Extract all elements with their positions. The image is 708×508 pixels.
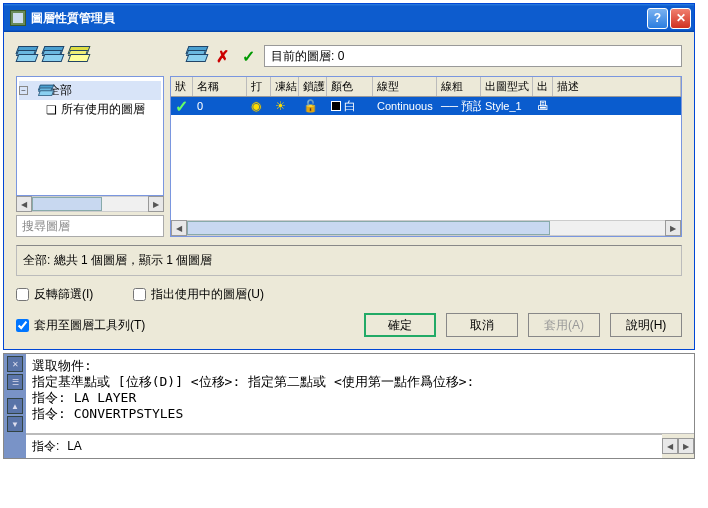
window-title: 圖層性質管理員 <box>31 10 647 27</box>
tree-node-all[interactable]: − 全部 <box>19 81 161 100</box>
prompt-value: LA <box>67 439 82 453</box>
set-current-icon[interactable]: ✓ <box>238 46 258 66</box>
scroll-right-icon[interactable]: ▶ <box>678 438 694 454</box>
console-history[interactable]: 選取物件: 指定基準點或 [位移(D)] <位移>: 指定第二點或 <使用第一點… <box>26 354 694 434</box>
filter-tree-panel: − 全部 ❏ 所有使用的圖層 ◀ ▶ 搜尋圖層 <box>16 76 164 237</box>
checkbox-label: 套用至圖層工具列(T) <box>34 317 145 334</box>
palette-down-icon[interactable]: ▼ <box>7 416 23 432</box>
palette-up-icon[interactable]: ▲ <box>7 398 23 414</box>
palette-close-icon[interactable]: ✕ <box>7 356 23 372</box>
app-icon <box>10 10 26 26</box>
filter-tree[interactable]: − 全部 ❏ 所有使用的圖層 <box>16 76 164 196</box>
titlebar[interactable]: 圖層性質管理員 ? ✕ <box>4 4 694 32</box>
grid-header[interactable]: 狀 名稱 打 凍結 鎖護 顏色 線型 線粗 出圖型式 出 描述 <box>171 77 681 97</box>
scroll-left-icon[interactable]: ◀ <box>171 220 187 236</box>
table-row[interactable]: ✓ 0 ◉ ☀ 🔓 白 Continuous ── 預設 Style_1 🖶 <box>171 97 681 115</box>
col-desc[interactable]: 描述 <box>553 77 681 96</box>
apply-toolbar-checkbox[interactable]: 套用至圖層工具列(T) <box>16 317 145 334</box>
col-name[interactable]: 名稱 <box>193 77 247 96</box>
color-swatch-icon <box>331 101 341 111</box>
close-icon[interactable]: ✕ <box>670 8 691 29</box>
command-input[interactable]: 指令: LA <box>26 434 662 458</box>
col-freeze[interactable]: 凍結 <box>271 77 299 96</box>
apply-button[interactable]: 套用(A) <box>528 313 600 337</box>
tree-hscrollbar[interactable]: ◀ ▶ <box>16 196 164 212</box>
cell-name[interactable]: 0 <box>193 99 247 113</box>
tree-node-inuse[interactable]: ❏ 所有使用的圖層 <box>43 100 161 119</box>
layer-manager-window: 圖層性質管理員 ? ✕ ✗ ✓ 目前的圖層: 0 − <box>3 3 695 350</box>
scroll-right-icon[interactable]: ▶ <box>665 220 681 236</box>
current-layer-display: 目前的圖層: 0 <box>264 45 682 67</box>
layer-states-icon[interactable] <box>42 46 62 66</box>
delete-icon[interactable]: ✗ <box>212 46 232 66</box>
lineweight-icon: ── <box>441 99 458 113</box>
cell-lineweight[interactable]: ── 預設 <box>437 97 481 116</box>
cell-lock[interactable]: 🔓 <box>299 98 327 114</box>
toolbar: ✗ ✓ 目前的圖層: 0 <box>16 42 682 70</box>
console-palette[interactable]: ✕ ☰ 指 ▲ ▼ <box>4 354 26 458</box>
lock-icon: 🔓 <box>303 99 318 113</box>
checkbox-label: 指出使用中的圖層(U) <box>151 286 264 303</box>
col-plot[interactable]: 出 <box>533 77 553 96</box>
help-button[interactable]: 說明(H) <box>610 313 682 337</box>
checkbox-input[interactable] <box>16 319 29 332</box>
col-on[interactable]: 打 <box>247 77 271 96</box>
command-console: ✕ ☰ 指 ▲ ▼ 選取物件: 指定基準點或 [位移(D)] <位移>: 指定第… <box>3 353 695 459</box>
col-linetype[interactable]: 線型 <box>373 77 437 96</box>
col-lock[interactable]: 鎖護 <box>299 77 327 96</box>
invert-filter-checkbox[interactable]: 反轉篩選(I) <box>16 286 93 303</box>
col-lineweight[interactable]: 線粗 <box>437 77 481 96</box>
palette-menu-icon[interactable]: ☰ <box>7 374 23 390</box>
checkbox-input[interactable] <box>133 288 146 301</box>
scroll-right-icon[interactable]: ▶ <box>148 196 164 212</box>
summary-panel: 全部: 總共 1 個圖層，顯示 1 個圖層 <box>16 245 682 276</box>
cell-plotstyle[interactable]: Style_1 <box>481 99 533 113</box>
new-group-icon[interactable] <box>68 46 88 66</box>
col-status[interactable]: 狀 <box>171 77 193 96</box>
cell-desc[interactable] <box>553 105 681 107</box>
cell-status[interactable]: ✓ <box>171 96 193 117</box>
layers-stack-icon <box>30 83 46 98</box>
checkbox-input[interactable] <box>16 288 29 301</box>
new-layer-sun-icon[interactable] <box>186 46 206 66</box>
grid-body[interactable]: ✓ 0 ◉ ☀ 🔓 白 Continuous ── 預設 Style_1 🖶 <box>171 97 681 220</box>
inuse-checkbox[interactable]: 指出使用中的圖層(U) <box>133 286 264 303</box>
sun-icon: ☀ <box>275 99 286 113</box>
cancel-button[interactable]: 取消 <box>446 313 518 337</box>
checkbox-label: 反轉篩選(I) <box>34 286 93 303</box>
cell-linetype[interactable]: Continuous <box>373 99 437 113</box>
help-icon[interactable]: ? <box>647 8 668 29</box>
printer-icon: 🖶 <box>537 99 549 113</box>
cell-color[interactable]: 白 <box>327 97 373 116</box>
cell-plot[interactable]: 🖶 <box>533 98 553 114</box>
tree-collapse-icon[interactable]: − <box>19 86 28 95</box>
layer-grid: 狀 名稱 打 凍結 鎖護 顏色 線型 線粗 出圖型式 出 描述 ✓ 0 <box>170 76 682 237</box>
search-input[interactable]: 搜尋圖層 <box>16 215 164 237</box>
ok-button[interactable]: 確定 <box>364 313 436 337</box>
scroll-left-icon[interactable]: ◀ <box>16 196 32 212</box>
col-color[interactable]: 顏色 <box>327 77 373 96</box>
tree-node-label: 所有使用的圖層 <box>61 101 145 118</box>
new-layer-icon[interactable] <box>16 46 36 66</box>
layer-filter-icon: ❏ <box>43 103 59 117</box>
summary-text: 全部: 總共 1 個圖層，顯示 1 個圖層 <box>23 253 212 267</box>
prompt-label: 指令: <box>32 439 59 453</box>
cell-freeze[interactable]: ☀ <box>271 98 299 114</box>
col-plotstyle[interactable]: 出圖型式 <box>481 77 533 96</box>
cell-on[interactable]: ◉ <box>247 98 271 114</box>
grid-hscrollbar[interactable]: ◀ ▶ <box>171 220 681 236</box>
search-placeholder: 搜尋圖層 <box>22 218 70 235</box>
bulb-icon: ◉ <box>251 99 261 113</box>
scroll-left-icon[interactable]: ◀ <box>662 438 678 454</box>
current-layer-label: 目前的圖層: 0 <box>271 48 344 65</box>
